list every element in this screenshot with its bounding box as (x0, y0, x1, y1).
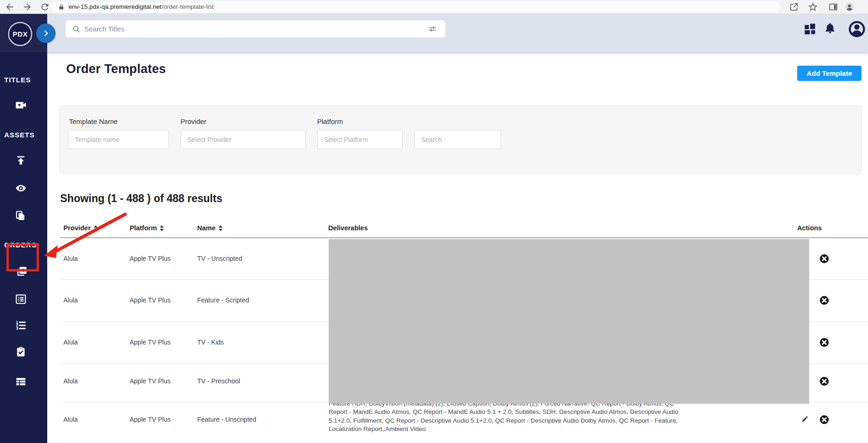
eye-icon[interactable] (15, 182, 27, 194)
table-row-4-name: Feature - Unscripted (197, 416, 256, 423)
sidebar-expand-button[interactable] (36, 24, 56, 43)
row-divider (60, 442, 868, 442)
delete-row-icon[interactable] (819, 295, 829, 305)
table-row-3-platform: Apple TV Plus (130, 377, 170, 385)
redaction-overlay (329, 239, 809, 404)
column-header-label: Platform (130, 224, 157, 232)
browser-back-icon[interactable] (5, 2, 15, 12)
video-add-icon[interactable] (15, 99, 27, 111)
delete-row-icon[interactable] (819, 415, 829, 425)
side-panel-icon[interactable] (828, 2, 838, 12)
lock-icon (58, 4, 65, 11)
table-row-0-name: TV - Unscripted (197, 255, 242, 262)
search-titles-input[interactable] (84, 20, 427, 37)
url-host: env-15.pdx-qa.premieredigital.net (69, 3, 162, 10)
clipboard-check-icon[interactable] (15, 346, 27, 358)
template-name-input[interactable] (68, 130, 169, 149)
table-icon[interactable] (15, 375, 27, 388)
app-grid-icon[interactable] (804, 23, 816, 35)
provider-select-input[interactable] (181, 130, 306, 149)
sort-icon[interactable] (219, 225, 223, 231)
column-header-platform[interactable]: Platform (130, 224, 164, 232)
table-row-1-platform: Apple TV Plus (130, 296, 170, 304)
template-name-label: Template Name (69, 117, 118, 125)
edit-row-pencil-icon[interactable] (801, 415, 809, 423)
table-row-0-provider: Alula (63, 255, 78, 262)
title-search-box (66, 20, 445, 37)
column-header-name[interactable]: Name (197, 224, 223, 232)
provider-label: Provider (181, 117, 206, 125)
annotation-arrow (39, 207, 137, 263)
table-row-4-platform: Apple TV Plus (130, 416, 170, 423)
share-icon[interactable] (789, 2, 799, 12)
browser-profile-avatar[interactable] (844, 2, 855, 12)
page-title: Order Templates (66, 62, 166, 76)
platform-label: Platform (317, 117, 343, 125)
notifications-bell-icon[interactable] (824, 22, 837, 35)
column-header-provider[interactable]: Provider (63, 224, 98, 232)
sort-icon[interactable] (160, 225, 164, 231)
column-header-label: Provider (63, 224, 91, 232)
sidebar-nav: TITLES ASSETS ORDERS 123 (0, 14, 47, 443)
table-row-0-platform: Apple TV Plus (130, 255, 170, 262)
sort-icon[interactable] (94, 225, 98, 231)
account-avatar-icon[interactable] (848, 20, 866, 38)
search-icon (72, 25, 81, 34)
browser-reload-icon[interactable] (40, 2, 50, 12)
delete-row-icon[interactable] (819, 376, 829, 386)
screen: env-15.pdx-qa.premieredigital.net/order-… (0, 0, 868, 443)
browser-forward-icon[interactable] (22, 2, 32, 12)
table-row-3-name: TV - Preschool (197, 377, 240, 385)
search-filter-sliders-icon[interactable] (428, 25, 437, 34)
add-template-button[interactable]: Add Template (797, 66, 862, 81)
column-header-deliverables: Deliverables (328, 224, 368, 232)
table-header-divider (60, 237, 868, 238)
column-header-actions: Actions (797, 224, 822, 232)
table-row-2-provider: Alula (63, 338, 78, 346)
url-path: /order-template-list (162, 3, 214, 10)
table-row-4-provider: Alula (63, 416, 78, 423)
platform-select-input[interactable] (317, 130, 403, 149)
sidebar-section-titles: TITLES (4, 76, 31, 84)
bookmark-star-icon[interactable] (808, 2, 818, 12)
list-alt-icon[interactable] (15, 293, 27, 305)
annotation-highlight-box (6, 243, 39, 271)
delete-row-icon[interactable] (819, 338, 829, 347)
browser-toolbar: env-15.pdx-qa.premieredigital.net/order-… (0, 0, 868, 14)
table-row-1-name: Feature - Scripted (197, 296, 249, 304)
delete-row-icon[interactable] (819, 254, 829, 264)
filter-search-input[interactable] (414, 130, 501, 149)
sidebar-section-assets: ASSETS (4, 131, 35, 139)
svg-text:3: 3 (16, 326, 18, 331)
pdx-logo: PDX (8, 22, 32, 46)
table-row-2-name: TV - Kids (197, 338, 224, 346)
results-summary: Showing (1 - 488 ) of 488 results (60, 192, 222, 205)
chevron-right-icon (41, 29, 50, 38)
table-row-3-provider: Alula (63, 377, 78, 385)
table-row-1-provider: Alula (63, 296, 78, 304)
upload-icon[interactable] (15, 154, 27, 166)
column-header-label: Name (197, 224, 216, 232)
numbered-list-icon[interactable]: 123 (15, 320, 27, 332)
table-row-4-deliverables: Feature HDR, DolbyVision (metadata) (2),… (329, 400, 793, 434)
copy-icon[interactable] (15, 210, 27, 222)
table-row-2-platform: Apple TV Plus (130, 338, 170, 346)
url-text[interactable]: env-15.pdx-qa.premieredigital.net/order-… (69, 0, 214, 14)
